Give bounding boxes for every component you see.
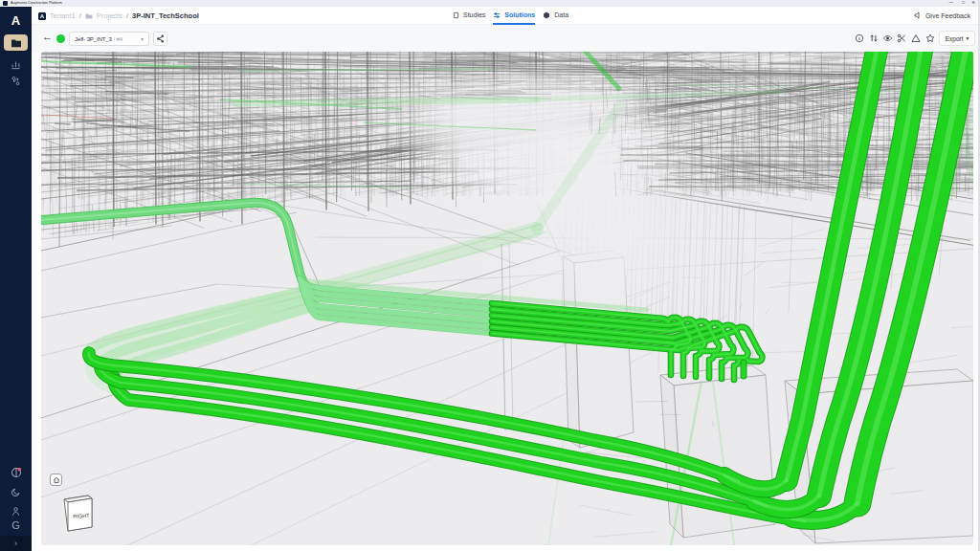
- svg-text:RIGHT: RIGHT: [73, 513, 90, 519]
